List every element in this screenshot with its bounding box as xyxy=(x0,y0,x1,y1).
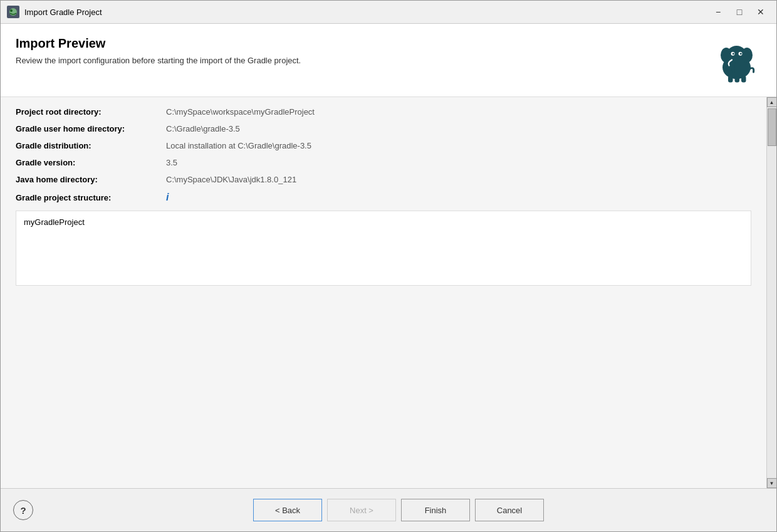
scroll-thumb[interactable] xyxy=(768,108,776,146)
field-java-home: Java home directory: C:\mySpace\JDK\Java… xyxy=(16,175,751,184)
project-item: myGradleProject xyxy=(24,216,743,228)
value-gradle-home: C:\Gradle\gradle-3.5 xyxy=(166,124,240,133)
back-button[interactable]: < Back xyxy=(253,499,322,521)
footer: ? < Back Next > Finish Cancel xyxy=(1,488,776,531)
svg-point-2 xyxy=(10,9,13,12)
content-area: Project root directory: C:\mySpace\works… xyxy=(1,97,776,488)
dialog-window: Import Gradle Project − □ ✕ Import Previ… xyxy=(0,0,777,532)
field-gradle-version: Gradle version: 3.5 xyxy=(16,158,751,167)
main-content: Project root directory: C:\mySpace\works… xyxy=(1,97,766,488)
close-button[interactable]: ✕ xyxy=(751,4,770,19)
field-gradle-home: Gradle user home directory: C:\Gradle\gr… xyxy=(16,124,751,133)
value-gradle-version: 3.5 xyxy=(166,158,177,167)
field-project-root: Project root directory: C:\mySpace\works… xyxy=(16,107,751,117)
help-label: ? xyxy=(20,505,26,516)
svg-point-6 xyxy=(741,48,753,63)
next-button[interactable]: Next > xyxy=(327,499,396,521)
cancel-button[interactable]: Cancel xyxy=(475,499,544,521)
label-gradle-distribution: Gradle distribution: xyxy=(16,141,166,150)
label-java-home: Java home directory: xyxy=(16,175,166,184)
svg-rect-11 xyxy=(728,76,733,83)
header-section: Import Preview Review the import configu… xyxy=(1,24,776,97)
svg-rect-13 xyxy=(741,76,746,83)
minimize-button[interactable]: − xyxy=(709,4,727,19)
label-gradle-version: Gradle version: xyxy=(16,158,166,167)
maximize-button[interactable]: □ xyxy=(730,4,749,19)
field-gradle-distribution: Gradle distribution: Local installation … xyxy=(16,141,751,150)
header-text: Import Preview Review the import configu… xyxy=(16,36,711,65)
svg-rect-12 xyxy=(734,76,739,82)
scroll-up-button[interactable]: ▲ xyxy=(767,97,777,107)
label-project-structure: Gradle project structure: xyxy=(16,193,166,202)
svg-point-8 xyxy=(732,53,734,55)
svg-point-10 xyxy=(739,53,741,55)
title-bar-title: Import Gradle Project xyxy=(24,8,704,17)
value-gradle-distribution: Local installation at C:\Gradle\gradle-3… xyxy=(166,141,311,150)
scrollbar[interactable]: ▲ ▼ xyxy=(766,97,776,488)
page-subtitle: Review the import configuration before s… xyxy=(16,56,711,65)
value-java-home: C:\mySpace\JDK\Java\jdk1.8.0_121 xyxy=(166,175,296,184)
finish-button[interactable]: Finish xyxy=(401,499,470,521)
help-button[interactable]: ? xyxy=(13,500,33,520)
page-title: Import Preview xyxy=(16,36,711,51)
label-gradle-home: Gradle user home directory: xyxy=(16,124,166,133)
value-project-root: C:\mySpace\workspace\myGradleProject xyxy=(166,107,315,117)
field-project-structure: Gradle project structure: i xyxy=(16,192,751,203)
scroll-down-button[interactable]: ▼ xyxy=(767,478,777,488)
app-icon xyxy=(7,6,19,18)
info-icon[interactable]: i xyxy=(166,192,169,203)
label-project-root: Project root directory: xyxy=(16,107,166,117)
title-bar-controls: − □ ✕ xyxy=(709,4,770,19)
footer-buttons: < Back Next > Finish Cancel xyxy=(33,499,764,521)
gradle-logo xyxy=(711,36,761,86)
project-structure-area: myGradleProject xyxy=(16,211,751,286)
title-bar: Import Gradle Project − □ ✕ xyxy=(1,1,776,24)
